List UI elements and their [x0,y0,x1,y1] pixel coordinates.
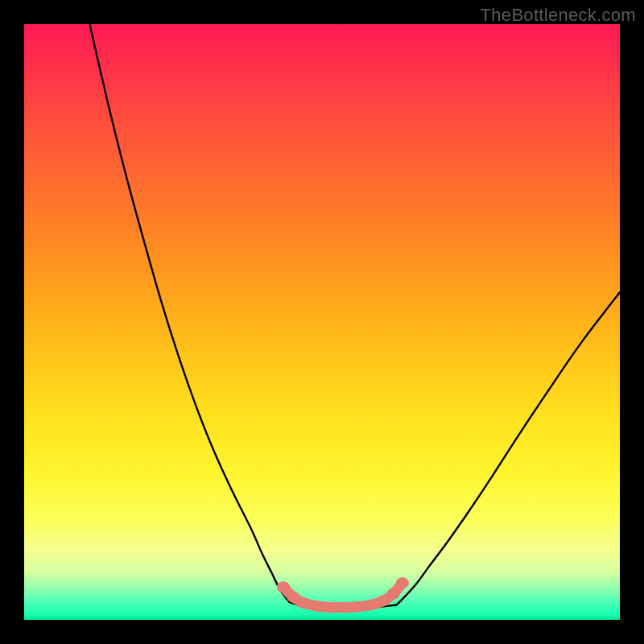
valley-marker [387,588,400,599]
curve-layer [24,24,620,620]
curve-paths [89,24,620,609]
series-left-curve [89,24,289,602]
valley-marker [311,601,324,612]
chart-frame: TheBottleneck.com [0,0,644,644]
valley-marker [298,597,311,609]
plot-area [24,24,620,620]
valley-marker [396,577,409,588]
valley-marker [287,592,299,603]
valley-markers [277,577,409,613]
valley-marker [338,601,351,613]
series-right-curve [397,292,621,605]
valley-marker [324,601,337,613]
valley-marker [365,600,378,611]
valley-marker [377,595,390,606]
watermark-text: TheBottleneck.com [481,5,636,26]
valley-marker [351,601,364,613]
valley-marker [277,581,290,592]
